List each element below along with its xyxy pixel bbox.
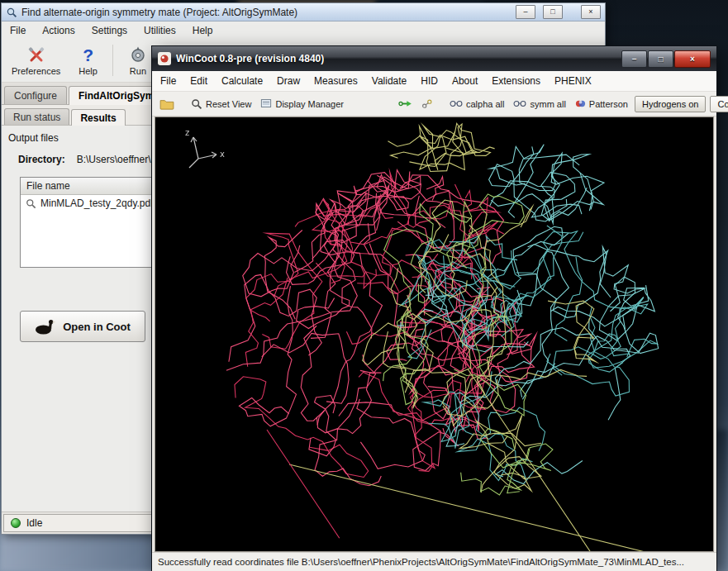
preferences-tools-icon — [26, 45, 46, 65]
wincoot-window-title: WinCoot 0.8-pre (revision 4840) — [176, 53, 324, 64]
coot-menu-extensions[interactable]: Extensions — [492, 75, 540, 87]
wincoot-statusbar: Successfully read coordinates file B:\Us… — [152, 552, 716, 571]
file-name: MinMLAD_testy_2qdy.pdb — [40, 197, 156, 209]
coot-menu-calculate[interactable]: Calculate — [221, 75, 263, 87]
phenix-menu-settings[interactable]: Settings — [92, 25, 127, 36]
idle-status-text: Idle — [26, 517, 42, 529]
run-gear-icon — [128, 45, 148, 65]
patterson-icon — [575, 98, 586, 109]
run-label: Run — [130, 66, 146, 76]
open-in-coot-button[interactable]: Open in Coot — [20, 311, 145, 342]
viewport-canvas[interactable] — [155, 117, 713, 551]
wincoot-minimize-button[interactable]: – — [621, 50, 647, 68]
wincoot-maximize-button[interactable]: □ — [648, 50, 673, 68]
phenix-menu-utilities[interactable]: Utilities — [144, 25, 176, 36]
help-button[interactable]: ? Help — [75, 44, 101, 78]
wincoot-titlebar[interactable]: WinCoot 0.8-pre (revision 4840) – □ × — [152, 46, 716, 71]
reset-view-label: Reset View — [206, 99, 251, 109]
green-arrow-icon — [398, 99, 412, 108]
symm-all-label: symm all — [530, 99, 565, 109]
wincoot-status-text: Successfully read coordinates file B:\Us… — [158, 557, 684, 567]
glasses-icon — [513, 100, 526, 107]
open-coordinates-button[interactable] — [157, 97, 177, 112]
hydrogens-label: Hydrogens on — [642, 99, 699, 109]
coot-menu-phenix[interactable]: PHENIX — [554, 75, 592, 87]
preferences-button[interactable]: Preferences — [8, 44, 64, 78]
patterson-label: Patterson — [589, 99, 628, 109]
display-manager-button[interactable]: Display Manager — [258, 97, 346, 111]
connected-to-phenix-button[interactable]: Connected to PHENIX — [710, 96, 728, 112]
wincoot-toolbar: Reset View Display Manager calpha all — [152, 92, 716, 117]
glasses-icon — [450, 100, 463, 107]
idle-status-icon — [11, 518, 21, 528]
coot-menu-measures[interactable]: Measures — [314, 75, 358, 87]
go-to-atom-button[interactable] — [396, 98, 415, 110]
calpha-all-button[interactable]: calpha all — [447, 98, 507, 111]
toolbar-separator — [112, 45, 113, 76]
wincoot-menubar: File Edit Calculate Draw Measures Valida… — [152, 71, 716, 92]
display-manager-label: Display Manager — [275, 99, 344, 109]
hydrogens-toggle-button[interactable]: Hydrogens on — [635, 96, 707, 112]
phenix-menu-file[interactable]: File — [10, 25, 26, 36]
coot-menu-hid[interactable]: HID — [421, 75, 438, 87]
phenix-close-button[interactable]: × — [581, 5, 601, 19]
patterson-button[interactable]: Patterson — [573, 97, 630, 111]
phenix-minimize-button[interactable]: – — [516, 5, 535, 19]
reset-view-button[interactable]: Reset View — [188, 97, 254, 112]
coot-menu-about[interactable]: About — [452, 75, 478, 87]
display-manager-icon — [260, 98, 272, 109]
phenix-titlebar[interactable]: Find alternate-origin symmetry mate (Pro… — [2, 3, 605, 21]
open-in-coot-label: Open in Coot — [63, 321, 131, 333]
coot-menu-edit[interactable]: Edit — [190, 75, 207, 87]
reset-view-magnifier-icon — [191, 98, 202, 110]
desktop-photo-bottom — [0, 531, 165, 571]
preferences-label: Preferences — [12, 66, 60, 76]
3d-viewport — [155, 117, 714, 552]
coot-menu-file[interactable]: File — [160, 75, 176, 87]
coot-bird-icon — [35, 317, 56, 335]
phenix-maximize-button[interactable]: □ — [543, 5, 563, 19]
coot-menu-validate[interactable]: Validate — [372, 75, 407, 87]
help-icon: ? — [83, 45, 93, 65]
calpha-all-label: calpha all — [466, 99, 504, 109]
wincoot-window: WinCoot 0.8-pre (revision 4840) – □ × Fi… — [151, 45, 717, 571]
phenix-menu-actions[interactable]: Actions — [42, 25, 74, 36]
tab-run-status[interactable]: Run status — [4, 108, 69, 125]
connected-label: Connected to PHENIX — [717, 99, 728, 109]
run-button[interactable]: Run — [125, 44, 151, 78]
wincoot-app-icon — [158, 52, 171, 65]
wincoot-close-button[interactable]: × — [674, 50, 711, 68]
symm-all-button[interactable]: symm all — [511, 98, 568, 111]
coot-menu-draw[interactable]: Draw — [277, 75, 300, 87]
go-to-ligand-button[interactable] — [419, 97, 435, 112]
tab-configure[interactable]: Configure — [4, 86, 67, 104]
tab-results[interactable]: Results — [71, 109, 125, 126]
phenix-menu-help[interactable]: Help — [193, 25, 213, 36]
directory-label: Directory: — [18, 154, 65, 165]
phenix-menubar: File Actions Settings Utilities Help — [2, 21, 605, 39]
folder-icon — [159, 98, 174, 110]
phenix-app-icon — [6, 7, 17, 18]
phenix-window-title: Find alternate-origin symmetry mate (Pro… — [21, 7, 297, 18]
help-label: Help — [79, 66, 98, 76]
molecule-icon — [421, 98, 433, 110]
magnifier-icon — [26, 198, 36, 209]
